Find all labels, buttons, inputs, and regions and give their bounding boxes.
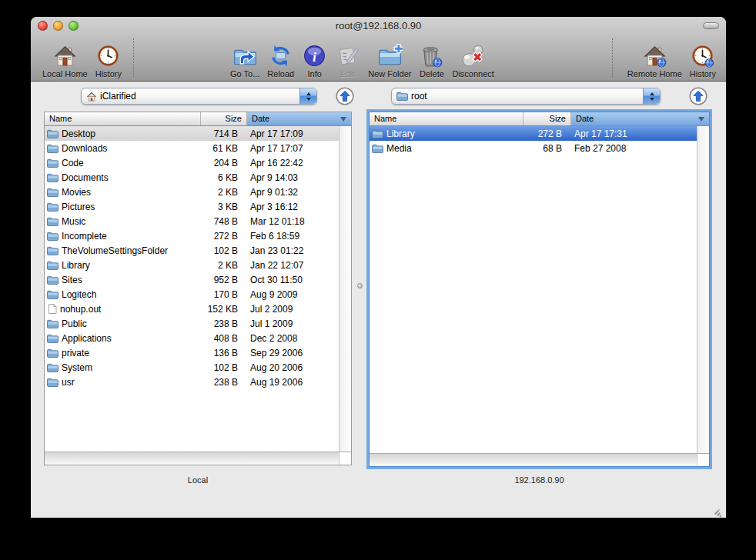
file-name: Incomplete xyxy=(62,231,107,242)
file-row[interactable]: System102 BAug 20 2006 xyxy=(45,360,339,375)
reload-button[interactable]: Reload xyxy=(263,35,298,78)
file-date: Aug 20 2006 xyxy=(247,362,339,373)
file-name: Downloads xyxy=(62,143,107,154)
public-folder-icon xyxy=(47,319,59,328)
local-path-value: iClarified xyxy=(100,91,136,102)
delete-button[interactable]: Delete xyxy=(415,35,448,78)
vertical-scrollbar[interactable] xyxy=(339,126,351,452)
remote-up-directory-button[interactable] xyxy=(689,87,707,105)
file-name: Code xyxy=(62,158,84,168)
file-size: 102 B xyxy=(201,362,247,373)
file-date: Feb 27 2008 xyxy=(571,143,697,154)
history-button[interactable]: History xyxy=(686,35,720,78)
column-header-date-label: Date xyxy=(576,112,594,125)
close-button[interactable] xyxy=(38,21,48,31)
local-path-dropdown[interactable]: iClarified xyxy=(81,88,317,105)
file-row[interactable]: Movies2 KBApr 9 01:32 xyxy=(45,185,339,199)
toolbar-button-label: History xyxy=(690,69,716,78)
file-row[interactable]: private136 BSep 29 2006 xyxy=(45,345,339,360)
downloads-folder-icon xyxy=(47,144,59,153)
file-date: Apr 17 17:09 xyxy=(247,128,339,139)
svg-text:i: i xyxy=(313,49,316,65)
file-row[interactable]: Library272 BApr 17 17:31 xyxy=(370,126,697,141)
zoom-button[interactable] xyxy=(69,21,79,31)
disconnect-button[interactable]: Disconnect xyxy=(448,35,497,78)
file-row[interactable]: Library2 KBJan 22 12:07 xyxy=(45,258,339,272)
scroll-corner xyxy=(339,452,351,465)
library-folder-icon xyxy=(47,261,59,270)
file-size: 136 B xyxy=(201,348,247,358)
file-name: Library xyxy=(62,260,90,271)
history-button[interactable]: History xyxy=(92,35,125,78)
file-date: Jan 22 12:07 xyxy=(247,260,339,271)
info-button[interactable]: iInfo xyxy=(298,35,331,78)
window-resize-grip[interactable] xyxy=(714,506,724,516)
reload-icon xyxy=(268,43,293,68)
file-row[interactable]: usr238 BAug 19 2006 xyxy=(45,375,339,389)
minimize-button[interactable] xyxy=(53,21,63,31)
horizontal-scrollbar[interactable] xyxy=(45,452,351,465)
pane-splitter-handle[interactable] xyxy=(357,283,363,288)
folder-icon xyxy=(372,129,383,138)
file-name: Media xyxy=(386,143,412,154)
file-row[interactable]: Pictures3 KBApr 3 16:12 xyxy=(45,199,339,214)
column-header-date[interactable]: Date xyxy=(247,112,351,125)
remote-list-header: Name Size Date xyxy=(370,112,709,126)
remote-path-dropdown[interactable]: root xyxy=(391,88,661,105)
file-row[interactable]: Media68 BFeb 27 2008 xyxy=(370,141,697,155)
file-row[interactable]: Applications408 BDec 2 2008 xyxy=(45,331,339,345)
toolbar-separator xyxy=(612,38,613,77)
local-file-rows: Desktop714 BApr 17 17:09Downloads61 KBAp… xyxy=(45,126,339,452)
file-size: 3 KB xyxy=(201,202,247,212)
file-name: Logitech xyxy=(62,289,96,300)
local-home-button[interactable]: Local Home xyxy=(38,35,92,78)
pictures-folder-icon xyxy=(47,202,59,212)
file-name: TheVolumeSettingsFolder xyxy=(62,245,168,256)
vertical-scrollbar[interactable] xyxy=(697,126,709,453)
toolbar-group-actions: Go To...ReloadiInfoEditNew FolderDeleteD… xyxy=(226,35,498,78)
file-date: Apr 16 22:42 xyxy=(247,158,339,168)
remote-pane-label: 192.168.0.90 xyxy=(369,475,710,485)
toolbar: Local HomeHistory Go To...ReloadiInfoEdi… xyxy=(31,34,726,81)
sites-folder-icon xyxy=(47,275,59,285)
toolbar-button-label: Remote Home xyxy=(627,69,682,78)
file-row[interactable]: Public238 BJul 1 2009 xyxy=(45,316,339,331)
file-date: Dec 2 2008 xyxy=(247,333,339,344)
file-row[interactable]: Music748 BMar 12 01:18 xyxy=(45,214,339,228)
file-row[interactable]: Incomplete272 BFeb 6 18:59 xyxy=(45,228,339,243)
file-size: 714 B xyxy=(201,128,247,139)
file-row[interactable]: Code204 BApr 16 22:42 xyxy=(45,155,339,170)
file-row[interactable]: Documents6 KBApr 9 14:03 xyxy=(45,170,339,185)
toolbar-button-label: Local Home xyxy=(42,69,88,78)
column-header-size[interactable]: Size xyxy=(201,112,247,125)
horizontal-scrollbar[interactable] xyxy=(370,453,709,466)
file-date: Apr 9 14:03 xyxy=(247,172,339,183)
remote-home-button[interactable]: Remote Home xyxy=(624,35,686,78)
local-up-directory-button[interactable] xyxy=(336,87,354,105)
file-date: Aug 19 2006 xyxy=(247,377,339,388)
new-folder-button[interactable]: New Folder xyxy=(364,35,415,78)
info-icon: i xyxy=(302,43,327,68)
toolbar-toggle-pill[interactable] xyxy=(703,22,719,29)
column-header-name[interactable]: Name xyxy=(370,112,524,125)
column-header-size[interactable]: Size xyxy=(524,112,571,125)
file-date: Jul 2 2009 xyxy=(247,304,339,315)
column-header-name[interactable]: Name xyxy=(45,112,201,125)
file-row[interactable]: Downloads61 KBApr 17 17:07 xyxy=(45,141,339,155)
file-row[interactable]: TheVolumeSettingsFolder102 BJan 23 01:22 xyxy=(45,243,339,258)
file-size: 170 B xyxy=(201,289,247,300)
sort-descending-icon xyxy=(698,117,704,122)
file-row[interactable]: Sites952 BOct 30 11:50 xyxy=(45,272,339,287)
file-row[interactable]: Desktop714 BApr 17 17:09 xyxy=(45,126,339,141)
toolbar-button-label: History xyxy=(95,69,122,78)
titlebar[interactable]: root@192.168.0.90 xyxy=(31,17,726,34)
scroll-corner xyxy=(697,454,709,466)
file-size: 952 B xyxy=(201,275,247,285)
column-header-date[interactable]: Date xyxy=(571,112,709,125)
file-row[interactable]: nohup.out152 KBJul 2 2009 xyxy=(45,302,339,316)
go-to-button[interactable]: Go To... xyxy=(226,35,263,78)
file-date: Apr 9 01:32 xyxy=(247,187,339,198)
folder-icon xyxy=(47,348,59,358)
folder-icon xyxy=(47,232,59,241)
file-row[interactable]: Logitech170 BAug 9 2009 xyxy=(45,287,339,302)
